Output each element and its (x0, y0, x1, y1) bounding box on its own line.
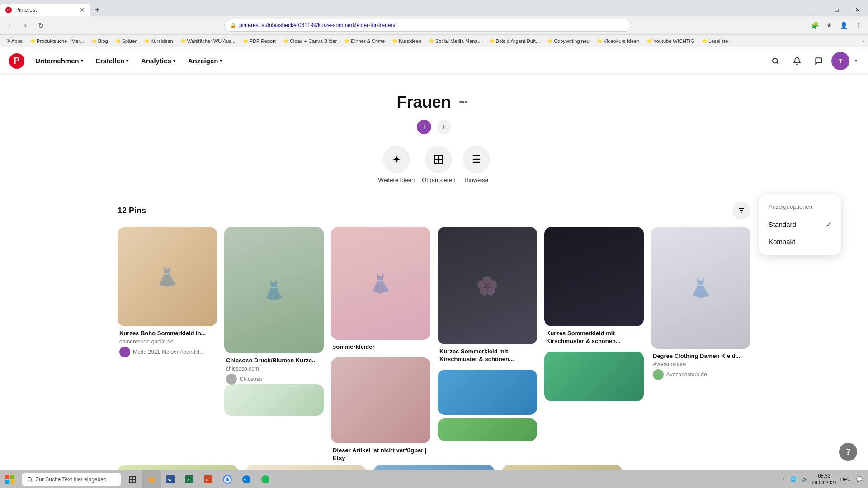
help-button[interactable]: ? (839, 443, 857, 461)
tab-bar: Pinterest ✕ + — □ ✕ (0, 0, 868, 16)
notifications-button[interactable] (788, 52, 806, 70)
bookmark-icon-8: ⭐ (344, 38, 349, 43)
tab-close-button[interactable]: ✕ (80, 6, 85, 14)
pin-card[interactable]: 🌸 Kurzes Sommerkleid mit Kirschmuster & … (438, 227, 537, 441)
bookmark-dinner-label: Dinner & Crime (351, 38, 385, 44)
messages-button[interactable] (810, 52, 828, 70)
taskbar-spotify[interactable] (256, 470, 275, 488)
extensions-button[interactable]: 🧩 (808, 19, 821, 32)
taskbar-word[interactable]: W (161, 470, 180, 488)
bookmark-social[interactable]: ⭐ Social Media Mana... (426, 38, 485, 45)
browser-actions: 🧩 ★ 👤 ⋮ (808, 19, 864, 32)
tray-network-icon[interactable]: 🌐 (788, 476, 798, 482)
tray-time[interactable]: 08:53 29.04.2021 (812, 473, 837, 486)
settings-button[interactable]: ⋮ (852, 19, 864, 32)
tray-hide-icon[interactable]: ^ (781, 477, 787, 482)
nav-anzeigen[interactable]: Anzeigen ▾ (183, 53, 228, 68)
svg-point-0 (773, 58, 778, 63)
bookmark-cload[interactable]: ⭐ Cload + Canva Bilder (280, 38, 340, 45)
avatar-chevron-icon[interactable]: ▾ (853, 56, 859, 65)
taskbar-file-explorer[interactable] (142, 470, 161, 488)
pin-card[interactable]: 👗 Kurzes Boho Sommerkleid in... damenmod… (118, 227, 217, 359)
hinweise-btn[interactable]: ☰ Hinweise (463, 146, 490, 183)
address-bar[interactable]: 🔒 pinterest.at/tobiasbecker061199/kurze-… (224, 19, 631, 32)
bookmark-blog[interactable]: ⭐ Blog (89, 38, 111, 45)
svg-line-14 (31, 480, 33, 482)
tray-notifications-icon[interactable]: 💬 (854, 476, 864, 482)
user-avatar[interactable]: T (831, 52, 849, 70)
svg-line-1 (777, 62, 778, 64)
weitere-ideen-btn[interactable]: ✦ Weitere Ideen (378, 146, 415, 183)
taskbar-chrome[interactable] (218, 470, 237, 488)
tray-volume-icon[interactable]: 🔊 (800, 476, 810, 482)
tray-keyboard-layout[interactable]: DEU (839, 477, 853, 482)
active-tab[interactable]: Pinterest ✕ (0, 4, 90, 16)
nav-unternehmen[interactable]: Unternehmen ▾ (30, 53, 89, 68)
bookmark-youtube[interactable]: ⭐ Youtube WICHTIG (644, 38, 697, 45)
bookmark-pdf[interactable]: ⭐ PDF Report (240, 38, 278, 45)
back-button[interactable]: ‹ (4, 19, 16, 32)
pin-author-avatar-6 (653, 369, 664, 380)
bookmark-wahlfächer[interactable]: ⭐ Wahlfächer WU Aus... (178, 38, 238, 45)
bookmark-leseliste[interactable]: ⭐ Leseliste (699, 38, 731, 45)
bookmark-kursideen2[interactable]: ⭐ Kursideen (389, 38, 424, 45)
bookmark-dinner[interactable]: ⭐ Dinner & Crime (341, 38, 387, 45)
bookmark-copywriting[interactable]: ⭐ Copywriting neu (544, 38, 592, 45)
reload-button[interactable]: ↻ (34, 19, 47, 32)
start-button[interactable] (0, 470, 20, 488)
taskbar-powerpoint[interactable]: P (199, 470, 218, 488)
more-bookmarks-button[interactable]: » (862, 38, 864, 44)
search-button[interactable] (766, 52, 784, 70)
pin-title: Kurzes Sommerkleid mit Kirschmuster & sc… (439, 348, 535, 363)
bookmark-blog-label: Blog (98, 38, 108, 44)
dropdown-standard-item[interactable]: Standard ✓ (760, 216, 841, 233)
filter-button[interactable] (732, 202, 750, 220)
pin-author: Chicsoso (226, 374, 322, 385)
taskbar-task-view[interactable] (123, 470, 142, 488)
add-collaborator-button[interactable]: + (436, 119, 452, 135)
bookmark-später[interactable]: ⭐ Später (113, 38, 139, 45)
maximize-button[interactable]: □ (826, 2, 847, 18)
svg-rect-16 (133, 476, 136, 479)
pinterest-logo[interactable]: P (9, 53, 24, 69)
pin-card[interactable]: 👗 Chicsoso Druck/Blumen Kurze... chicsos… (224, 227, 324, 416)
svg-rect-4 (434, 160, 438, 164)
bookmark-apps[interactable]: ⊞ Apps (4, 38, 25, 45)
board-more-button[interactable]: ••• (456, 96, 472, 109)
profile-button[interactable]: 👤 (837, 19, 850, 32)
bookmark-pdf-label: PDF Report (250, 38, 276, 44)
close-button[interactable]: ✕ (847, 2, 868, 18)
pinterest-app: P Unternehmen ▾ Erstellen ▾ Analytics ▾ … (0, 47, 868, 488)
bookmark-label: Produktsuche - Mer... (37, 38, 84, 44)
dropdown-kompakt-item[interactable]: Kompakt (760, 233, 841, 250)
bookmark-bois[interactable]: ⭐ Bois d'Argent Duft... (486, 38, 542, 45)
bookmark-produktsuche[interactable]: ⭐ Produktsuche - Mer... (27, 38, 87, 45)
pin-card[interactable]: Kurzes Sommerkleid mit Kirschmuster & sc… (544, 227, 644, 401)
bookmark-icon-9: ⭐ (392, 38, 397, 43)
organisieren-btn[interactable]: Organisieren (422, 146, 455, 183)
pin-info: Kurzes Boho Sommerkleid in... damenmode-… (118, 326, 217, 359)
nav-anzeigen-chevron: ▾ (220, 58, 222, 63)
bookmark-kursideen2-label: Kursideen (399, 38, 421, 44)
bookmark-icon: ⭐ (30, 38, 35, 43)
bookmark-videokurs[interactable]: ⭐ Videokurs Ideen (594, 38, 642, 45)
organisieren-icon (425, 146, 452, 173)
bookmark-icon-6: ⭐ (243, 38, 248, 43)
taskbar-search[interactable]: Zur Suche Text hier eingeben (22, 473, 121, 486)
nav-analytics[interactable]: Analytics ▾ (136, 53, 181, 68)
board-title-row: Frauen ••• (397, 93, 472, 112)
bookmark-kursideen[interactable]: ⭐ Kursideen (141, 38, 176, 45)
new-tab-button[interactable]: + (90, 5, 104, 15)
clock-time: 08:53 (812, 473, 837, 479)
bookmark-icon-7: ⭐ (283, 38, 288, 43)
taskbar-edge[interactable]: e (237, 470, 256, 488)
minimize-button[interactable]: — (806, 2, 826, 18)
pin-card[interactable]: 👗 Anzeigeoptionen Standard ✓ Kompakt Deg… (651, 227, 750, 382)
nav-erstellen[interactable]: Erstellen ▾ (90, 53, 134, 68)
taskbar-excel[interactable]: X (180, 470, 199, 488)
svg-text:e: e (244, 478, 246, 482)
bookmark-button[interactable]: ★ (823, 19, 835, 32)
dropdown-check-icon: ✓ (826, 220, 832, 229)
pin-card[interactable]: 👗 sommerkleider Dieser Artikel ist nicht… (331, 227, 430, 465)
forward-button[interactable]: › (19, 19, 32, 32)
